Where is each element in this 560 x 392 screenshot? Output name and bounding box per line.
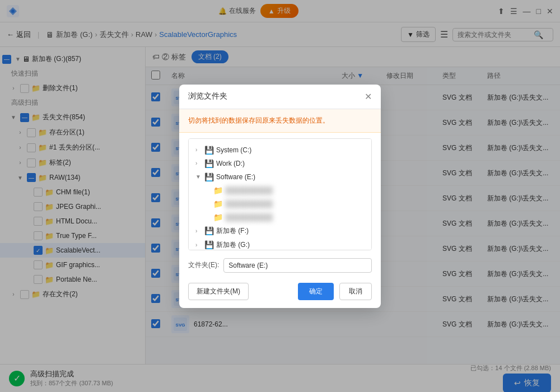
tree-arrow: ›: [195, 147, 202, 153]
modal-actions: 新建文件夹(M) 确定 取消: [179, 278, 381, 308]
tree-arrow: ▼: [195, 174, 202, 180]
modal-right-buttons: 确定 取消: [298, 283, 372, 300]
drive-folder-icon: 💾: [204, 159, 214, 168]
drive-folder-icon: 💾: [204, 240, 214, 249]
drive-folder-icon: 💾: [204, 172, 214, 181]
tree-item[interactable]: › 💾 新加卷 (G:): [189, 238, 371, 250]
tree-item[interactable]: 📁 ██████████: [189, 211, 371, 224]
tree-item[interactable]: ▼ 💾 Software (E:): [189, 170, 371, 184]
modal-title: 浏览文件夹: [188, 91, 227, 101]
tree-label: Software (E:): [216, 173, 367, 181]
modal-warning: 切勿将找到的数据保存回原来丢失数据的位置。: [179, 109, 381, 133]
ok-button[interactable]: 确定: [298, 283, 334, 300]
tree-item[interactable]: › 💾 Work (D:): [189, 157, 371, 170]
new-folder-button[interactable]: 新建文件夹(M): [188, 283, 249, 300]
modal-header: 浏览文件夹 ✕: [179, 85, 381, 109]
tree-item[interactable]: 📁 ██████████: [189, 197, 371, 211]
drive-folder-icon: 💾: [204, 226, 214, 235]
modal-overlay: 浏览文件夹 ✕ 切勿将找到的数据保存回原来丢失数据的位置。 › 💾 System…: [0, 0, 560, 392]
folder-label: 文件夹(E):: [188, 260, 219, 270]
tree-label: System (C:): [216, 146, 367, 154]
drive-folder-icon: 📁: [213, 199, 223, 208]
modal-tree[interactable]: › 💾 System (C:) › 💾 Work (D:) ▼ 💾 Softwa…: [188, 138, 372, 250]
tree-arrow: ›: [195, 242, 202, 248]
drive-folder-icon: 📁: [213, 213, 223, 222]
tree-arrow: ›: [195, 160, 202, 166]
tree-label: Work (D:): [216, 160, 367, 167]
tree-item[interactable]: 📁 ██████████: [189, 184, 371, 197]
modal-close-button[interactable]: ✕: [365, 91, 372, 102]
tree-label: ██████████: [225, 213, 367, 221]
drive-folder-icon: 📁: [213, 186, 223, 195]
drive-folder-icon: 💾: [204, 146, 214, 155]
tree-item[interactable]: › 💾 System (C:): [189, 143, 371, 157]
tree-item[interactable]: › 💾 新加卷 (F:): [189, 224, 371, 238]
tree-label: ██████████: [225, 200, 367, 208]
cancel-button[interactable]: 取消: [339, 283, 372, 300]
tree-arrow: ›: [195, 228, 202, 234]
tree-label: 新加卷 (F:): [216, 226, 367, 236]
tree-label: ██████████: [225, 186, 367, 194]
modal-footer-input: 文件夹(E):: [179, 256, 381, 278]
folder-input[interactable]: [223, 258, 372, 273]
tree-label: 新加卷 (G:): [216, 240, 367, 250]
browse-folder-modal: 浏览文件夹 ✕ 切勿将找到的数据保存回原来丢失数据的位置。 › 💾 System…: [179, 85, 381, 308]
